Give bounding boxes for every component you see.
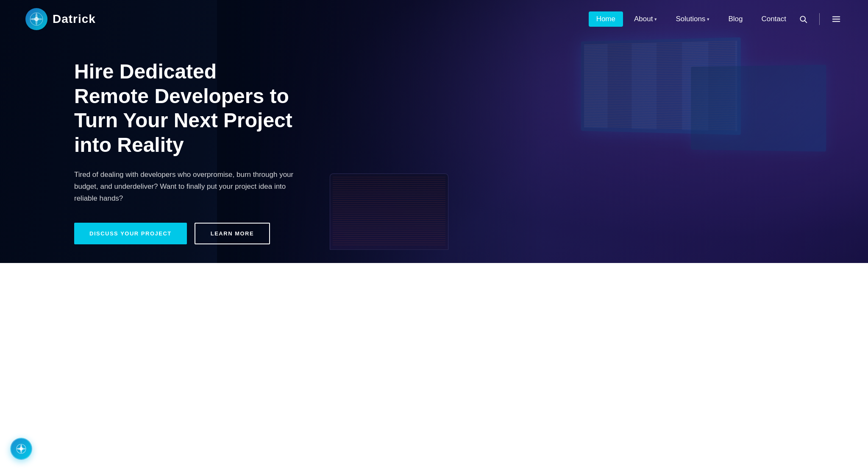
- brand-name: Datrick: [53, 12, 96, 26]
- nav-icons: [797, 13, 843, 25]
- navbar: Datrick Home About ▾ Solutions ▾ Blog Co…: [0, 0, 868, 38]
- search-button[interactable]: [797, 13, 809, 25]
- laptop-screen: [333, 176, 445, 247]
- hero-buttons: DISCUSS YOUR PROJECT LEARN MORE: [74, 223, 297, 244]
- logo-icon[interactable]: [25, 8, 47, 30]
- nav-item-home[interactable]: Home: [589, 11, 623, 27]
- floating-widget-button[interactable]: [10, 438, 32, 460]
- nav-divider: [819, 13, 820, 25]
- chevron-down-icon: ▾: [707, 17, 709, 22]
- nav-item-blog[interactable]: Blog: [721, 11, 750, 27]
- nav-item-about[interactable]: About ▾: [626, 11, 665, 27]
- hero-section: Hire Dedicated Remote Developers to Turn…: [0, 0, 868, 263]
- hero-overlay: [217, 0, 868, 263]
- hero-subtitle: Tired of dealing with developers who ove…: [74, 169, 297, 204]
- widget-icon: [16, 443, 27, 454]
- svg-line-3: [805, 21, 807, 22]
- menu-button[interactable]: [830, 13, 843, 25]
- nav-links: Home About ▾ Solutions ▾ Blog Contact: [589, 11, 794, 27]
- hero-title: Hire Dedicated Remote Developers to Turn…: [74, 59, 297, 157]
- nav-item-solutions[interactable]: Solutions ▾: [668, 11, 717, 27]
- chevron-down-icon: ▾: [654, 17, 657, 22]
- svg-point-2: [800, 16, 805, 21]
- discuss-project-button[interactable]: DISCUSS YOUR PROJECT: [74, 223, 187, 244]
- hamburger-icon: [832, 14, 841, 24]
- nav-item-contact[interactable]: Contact: [754, 11, 794, 27]
- search-icon: [799, 15, 807, 23]
- logo-area: Datrick: [25, 8, 589, 30]
- laptop-decoration: [330, 173, 448, 250]
- below-hero-section: [0, 263, 868, 470]
- learn-more-button[interactable]: LEARN MORE: [195, 223, 270, 244]
